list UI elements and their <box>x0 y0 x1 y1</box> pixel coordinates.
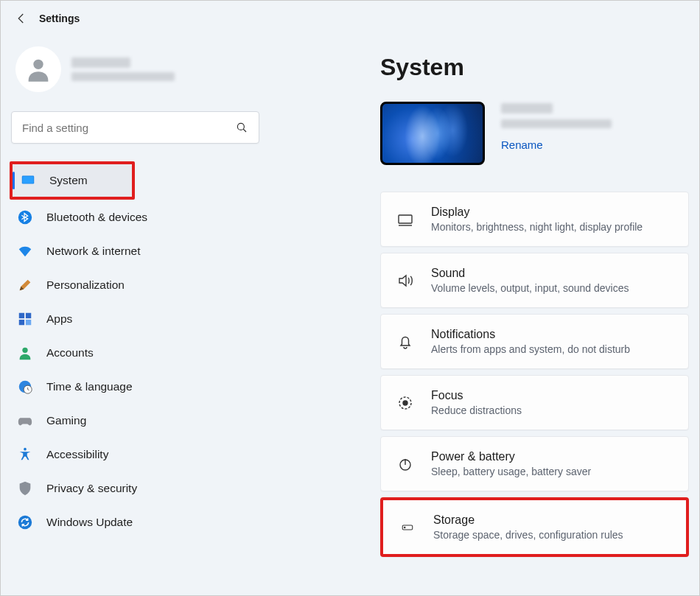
power-icon <box>396 455 415 474</box>
svg-point-1 <box>237 123 244 130</box>
card-text: Display Monitors, brightness, night ligh… <box>431 206 643 233</box>
globe-clock-icon <box>17 379 33 395</box>
svg-rect-7 <box>26 313 31 318</box>
card-subtitle: Alerts from apps and system, do not dist… <box>431 343 630 355</box>
svg-rect-6 <box>19 313 24 318</box>
card-title: Notifications <box>431 328 630 341</box>
person-icon <box>17 345 33 361</box>
highlight-system: System <box>10 161 135 200</box>
cards-list: Display Monitors, brightness, night ligh… <box>380 192 689 557</box>
card-subtitle: Reduce distractions <box>431 404 522 416</box>
bluetooth-icon <box>17 209 33 225</box>
back-button[interactable] <box>14 11 29 26</box>
card-text: Storage Storage space, drives, configura… <box>433 513 623 541</box>
sidebar-item-privacy[interactable]: Privacy & security <box>10 472 261 505</box>
svg-point-22 <box>405 527 406 528</box>
search-box[interactable] <box>11 111 259 144</box>
svg-point-18 <box>403 401 407 405</box>
svg-point-10 <box>22 348 27 353</box>
user-account-row[interactable] <box>10 39 261 111</box>
sidebar-item-label: Gaming <box>46 414 86 427</box>
card-sound[interactable]: Sound Volume levels, output, input, soun… <box>380 253 689 308</box>
search-input[interactable] <box>22 122 235 134</box>
svg-rect-9 <box>26 320 31 325</box>
card-title: Focus <box>431 389 522 402</box>
card-power[interactable]: Power & battery Sleep, battery usage, ba… <box>380 436 689 491</box>
sidebar-item-label: Time & language <box>46 380 133 393</box>
body: System Bluetooth & devices Network & int… <box>1 33 699 595</box>
paintbrush-icon <box>17 277 33 293</box>
sidebar-item-update[interactable]: Windows Update <box>10 506 261 539</box>
card-subtitle: Volume levels, output, input, sound devi… <box>431 282 629 294</box>
accessibility-icon <box>17 446 33 463</box>
window-title: Settings <box>39 13 80 24</box>
storage-icon <box>398 518 417 537</box>
sidebar-item-system[interactable]: System <box>13 164 132 197</box>
sidebar-item-label: System <box>49 174 88 187</box>
device-text: Rename <box>501 102 612 151</box>
sidebar-item-accessibility[interactable]: Accessibility <box>10 438 261 471</box>
svg-rect-8 <box>19 320 24 325</box>
sidebar-item-personalization[interactable]: Personalization <box>10 269 261 301</box>
card-text: Focus Reduce distractions <box>431 389 522 416</box>
gamepad-icon <box>17 413 33 429</box>
card-text: Sound Volume levels, output, input, soun… <box>431 267 629 294</box>
svg-point-14 <box>18 516 32 529</box>
card-focus[interactable]: Focus Reduce distractions <box>380 375 689 430</box>
user-text <box>71 57 175 81</box>
sidebar-item-network[interactable]: Network & internet <box>10 235 261 267</box>
sidebar: System Bluetooth & devices Network & int… <box>1 33 270 595</box>
sidebar-item-time[interactable]: Time & language <box>10 371 261 403</box>
svg-point-13 <box>24 448 27 451</box>
sound-icon <box>396 271 415 290</box>
card-subtitle: Monitors, brightness, night light, displ… <box>431 221 643 233</box>
device-row: Rename <box>380 102 689 165</box>
settings-app: Settings <box>1 1 699 595</box>
wifi-icon <box>17 243 33 259</box>
device-thumbnail[interactable] <box>380 102 485 165</box>
focus-icon <box>396 393 415 413</box>
display-icon <box>396 210 415 229</box>
sidebar-item-gaming[interactable]: Gaming <box>10 404 261 437</box>
card-subtitle: Sleep, battery usage, battery saver <box>431 466 591 477</box>
card-title: Power & battery <box>431 450 591 463</box>
device-model-redacted <box>501 119 612 128</box>
card-title: Display <box>431 206 643 219</box>
rename-link[interactable]: Rename <box>501 139 612 151</box>
sidebar-item-label: Accessibility <box>46 448 108 461</box>
search-icon <box>235 121 248 134</box>
card-display[interactable]: Display Monitors, brightness, night ligh… <box>380 192 689 247</box>
arrow-left-icon <box>15 12 28 25</box>
page-title: System <box>380 54 689 81</box>
avatar <box>15 46 61 92</box>
sidebar-item-accounts[interactable]: Accounts <box>10 337 261 369</box>
card-title: Sound <box>431 267 629 280</box>
card-subtitle: Storage space, drives, configuration rul… <box>433 529 623 541</box>
sidebar-item-bluetooth[interactable]: Bluetooth & devices <box>10 201 261 234</box>
card-title: Storage <box>433 513 623 527</box>
user-name-redacted <box>71 57 130 68</box>
titlebar: Settings <box>1 1 699 33</box>
update-icon <box>17 514 33 530</box>
bell-icon <box>396 332 415 351</box>
card-notifications[interactable]: Notifications Alerts from apps and syste… <box>380 314 689 369</box>
card-text: Notifications Alerts from apps and syste… <box>431 328 630 355</box>
svg-point-0 <box>33 60 43 69</box>
user-email-redacted <box>71 72 175 81</box>
content: System Rename Display Monitors, bright <box>270 33 699 595</box>
sidebar-item-label: Personalization <box>46 278 125 292</box>
sidebar-item-label: Windows Update <box>46 516 133 529</box>
sidebar-item-label: Accounts <box>46 346 94 360</box>
device-name-redacted <box>501 103 553 113</box>
sidebar-item-label: Bluetooth & devices <box>46 211 147 224</box>
system-icon <box>20 172 36 189</box>
sidebar-nav: System Bluetooth & devices Network & int… <box>10 161 261 539</box>
card-storage[interactable]: Storage Storage space, drives, configura… <box>380 497 689 557</box>
sidebar-item-label: Network & internet <box>46 245 141 258</box>
sidebar-item-apps[interactable]: Apps <box>10 303 261 335</box>
sidebar-item-label: Privacy & security <box>46 482 137 495</box>
card-text: Power & battery Sleep, battery usage, ba… <box>431 450 591 477</box>
svg-rect-15 <box>399 215 412 223</box>
shield-icon <box>17 480 33 497</box>
sidebar-item-label: Apps <box>46 312 72 326</box>
